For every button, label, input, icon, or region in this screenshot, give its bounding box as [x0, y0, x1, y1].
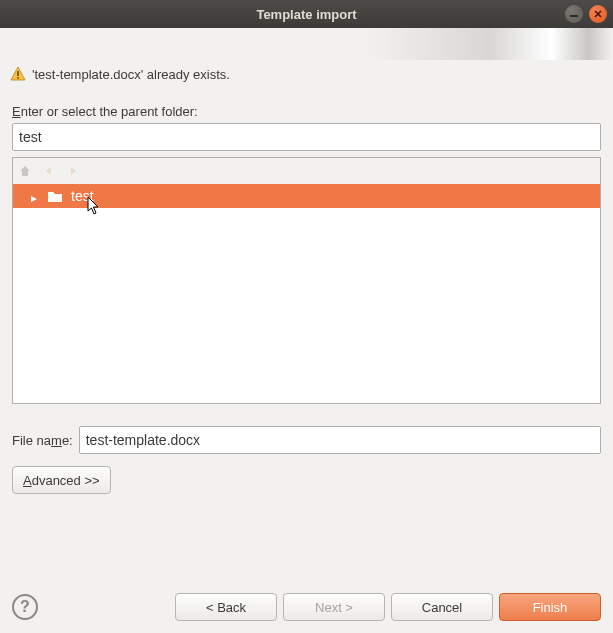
folder-section: Enter or select the parent folder: t — [0, 92, 613, 404]
expand-arrow-icon[interactable] — [29, 191, 39, 201]
svg-rect-3 — [17, 71, 19, 76]
svg-rect-4 — [17, 77, 19, 79]
filename-label: File name: — [12, 433, 73, 448]
minimize-button[interactable] — [565, 5, 583, 23]
filename-row: File name: — [0, 404, 613, 454]
nav-toolbar — [12, 157, 601, 184]
warning-row: 'test-template.docx' already exists. — [0, 60, 613, 92]
window-controls — [565, 5, 607, 23]
next-button: Next > — [283, 593, 385, 621]
tree-item-label: test — [71, 188, 94, 204]
back-icon[interactable] — [41, 163, 57, 179]
dialog-body: 'test-template.docx' already exists. Ent… — [0, 28, 613, 494]
dialog-button-bar: ? < Back Next > Cancel Finish — [0, 581, 613, 633]
parent-folder-input[interactable] — [12, 123, 601, 151]
back-button[interactable]: < Back — [175, 593, 277, 621]
parent-folder-label: Enter or select the parent folder: — [12, 104, 601, 119]
advanced-row: Advanced >> — [0, 454, 613, 494]
warning-text: 'test-template.docx' already exists. — [32, 67, 230, 82]
window-title: Template import — [8, 7, 605, 22]
help-button[interactable]: ? — [12, 594, 38, 620]
folder-tree[interactable]: test — [12, 184, 601, 404]
forward-icon[interactable] — [65, 163, 81, 179]
finish-button[interactable]: Finish — [499, 593, 601, 621]
titlebar: Template import — [0, 0, 613, 28]
filename-input[interactable] — [79, 426, 601, 454]
tree-item-test[interactable]: test — [13, 184, 600, 208]
warning-icon — [10, 66, 26, 82]
home-icon[interactable] — [17, 163, 33, 179]
cancel-button[interactable]: Cancel — [391, 593, 493, 621]
header-banner — [0, 28, 613, 60]
folder-icon — [47, 189, 63, 203]
close-button[interactable] — [589, 5, 607, 23]
svg-rect-0 — [570, 15, 578, 17]
advanced-button[interactable]: Advanced >> — [12, 466, 111, 494]
